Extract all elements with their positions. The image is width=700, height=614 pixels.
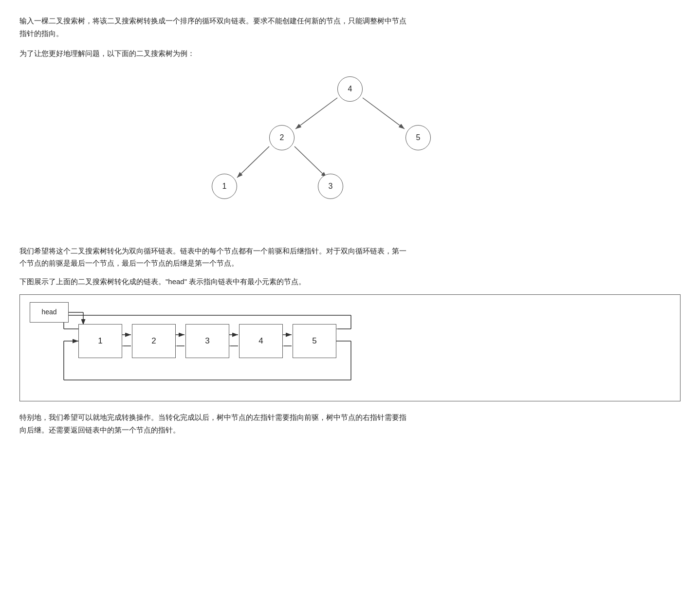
tree-node-1: 1 [212,174,237,199]
ll-node-5: 5 [293,324,336,358]
head-box: head [30,302,69,323]
ll-node-1: 1 [78,324,122,358]
svg-line-3 [237,146,269,178]
explanation-paragraph: 我们希望将这个二叉搜索树转化为双向循环链表。链表中的每个节点都有一个前驱和后继指… [19,245,681,270]
intro-line1: 输入一棵二叉搜索树，将该二叉搜索树转换成一个排序的循环双向链表。要求不能创建任何… [19,17,406,25]
linked-list-diagram: head 1 2 3 4 5 [19,294,681,401]
tree-node-2: 2 [269,125,295,150]
ll-node-4: 4 [239,324,283,358]
svg-line-2 [363,98,405,129]
tree-node-4: 4 [337,76,363,102]
tree-diagram: 4 2 5 1 3 [180,70,520,235]
ll-node-3: 3 [185,324,229,358]
ll-label: 下图展示了上面的二叉搜索树转化成的链表。"head" 表示指向链表中有最小元素的… [19,275,681,288]
intro-line2: 指针的指向。 [19,29,63,37]
tree-node-5: 5 [405,125,431,150]
svg-line-4 [295,146,327,178]
footer-paragraph: 特别地，我们希望可以就地完成转换操作。当转化完成以后，树中节点的左指针需要指向前… [19,411,681,436]
tree-node-3: 3 [318,174,343,199]
ll-node-2: 2 [132,324,176,358]
example-label: 为了让您更好地理解问题，以下面的二叉搜索树为例： [19,47,681,60]
intro-paragraph: 输入一棵二叉搜索树，将该二叉搜索树转换成一个排序的循环双向链表。要求不能创建任何… [19,15,681,39]
svg-line-1 [295,98,337,129]
